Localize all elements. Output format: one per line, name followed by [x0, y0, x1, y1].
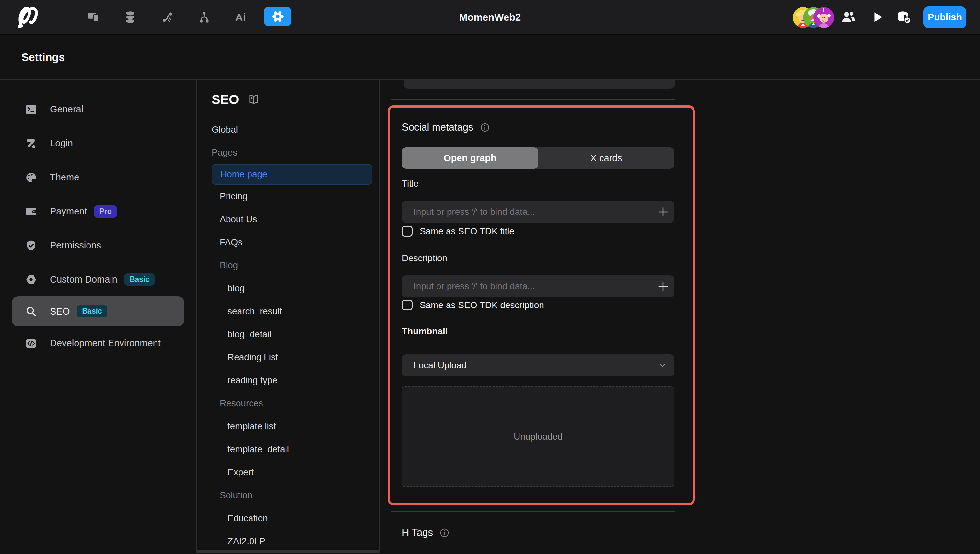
upload-status-text: Unuploaded	[514, 431, 563, 442]
tree-section-resources: Resources	[197, 392, 379, 415]
tree-item-expert[interactable]: Expert	[197, 461, 379, 484]
code-icon	[25, 337, 38, 350]
seo-panel-header: SEO	[212, 92, 260, 107]
momen-logo[interactable]	[17, 6, 53, 29]
tree-item-faqs[interactable]: FAQs	[197, 231, 379, 254]
tree-item-template-list[interactable]: template list	[197, 415, 379, 438]
sidebar-item-login[interactable]: Login	[0, 126, 196, 160]
sidebar-item-label: Payment	[50, 206, 87, 217]
checkbox-unchecked[interactable]	[402, 300, 413, 310]
project-title: MomenWeb2	[459, 0, 521, 35]
sidebar-item-label: Theme	[50, 172, 79, 183]
info-icon[interactable]	[480, 123, 490, 132]
info-icon[interactable]	[440, 528, 449, 538]
database-icon[interactable]	[123, 10, 138, 25]
docs-book-icon[interactable]	[247, 93, 260, 106]
sidebar-item-label: SEO	[50, 306, 70, 317]
section-divider	[391, 511, 676, 512]
tree-item-pricing[interactable]: Pricing	[197, 185, 379, 208]
plus-icon[interactable]	[652, 281, 674, 292]
tree-item-reading-type[interactable]: reading type	[197, 369, 379, 392]
checkbox-label: Same as SEO TDK description	[420, 300, 544, 310]
title-input[interactable]	[402, 207, 652, 217]
preview-play-icon[interactable]	[869, 9, 885, 25]
tree-item-about-us[interactable]: About Us	[197, 208, 379, 231]
thumbnail-label: Thumbnail	[402, 326, 448, 337]
tree-section-blog: Blog	[197, 254, 379, 277]
collaborator-avatars[interactable]	[793, 7, 834, 28]
pro-badge: Pro	[94, 205, 117, 218]
sidebar-item-general[interactable]: General	[0, 92, 196, 126]
horizontal-scrollbar[interactable]	[197, 551, 379, 553]
basic-badge: Basic	[77, 305, 107, 317]
page-header: Settings	[0, 35, 980, 80]
checkbox-unchecked[interactable]	[402, 226, 413, 237]
sidebar-item-seo[interactable]: SEO Basic	[12, 296, 185, 326]
tree-section-pages: Pages	[197, 141, 379, 164]
settings-gear-icon[interactable]	[264, 7, 292, 26]
social-metatags-header: Social metatags	[402, 121, 490, 133]
seo-panel-title: SEO	[212, 92, 239, 107]
sidebar-item-label: Development Environment	[50, 338, 161, 349]
sidebar-item-custom-domain[interactable]: Custom Domain Basic	[0, 263, 196, 296]
sidebar-item-payment[interactable]: Payment Pro	[0, 194, 196, 228]
wallet-icon	[25, 205, 38, 218]
login-icon	[25, 137, 38, 150]
tab-x-cards[interactable]: X cards	[538, 147, 675, 169]
tree-item-global[interactable]: Global	[197, 118, 379, 141]
select-value: Local Upload	[402, 360, 650, 371]
thumbnail-upload-dropzone[interactable]: Unuploaded	[402, 386, 674, 487]
sidebar-item-theme[interactable]: Theme	[0, 160, 196, 194]
ai-icon[interactable]: Ai	[233, 10, 248, 25]
plus-icon[interactable]	[652, 206, 674, 217]
tree-item-search-result[interactable]: search_result	[197, 300, 379, 323]
description-label: Description	[402, 253, 447, 263]
same-as-seo-tdk-description-row[interactable]: Same as SEO TDK description	[402, 300, 544, 310]
tree-item-education[interactable]: Education	[197, 507, 379, 530]
basic-badge: Basic	[124, 274, 155, 286]
actions-icon[interactable]	[197, 10, 212, 25]
checkbox-label: Same as SEO TDK title	[420, 226, 514, 237]
shield-check-icon	[25, 239, 38, 252]
publish-button[interactable]: Publish	[923, 6, 966, 28]
api-icon[interactable]	[160, 10, 175, 25]
same-as-seo-tdk-title-row[interactable]: Same as SEO TDK title	[402, 226, 514, 237]
sidebar-item-label: Permissions	[50, 240, 101, 251]
pages-icon[interactable]	[86, 10, 101, 25]
data-publish-icon[interactable]	[896, 9, 912, 25]
sidebar-item-label: Login	[50, 138, 73, 149]
search-icon	[25, 305, 38, 318]
palette-icon	[25, 171, 38, 184]
tree-item-blog-detail[interactable]: blog_detail	[197, 323, 379, 346]
members-icon[interactable]	[840, 9, 856, 25]
section-divider	[391, 99, 676, 100]
domain-nut-icon	[25, 273, 38, 286]
h-tags-title: H Tags	[402, 527, 433, 538]
sidebar-item-development-environment[interactable]: Development Environment	[0, 326, 196, 360]
tree-item-zai2-0lp[interactable]: ZAI2.0LP	[197, 530, 379, 553]
tree-item-home-page[interactable]: Home page	[212, 164, 372, 185]
tree-item-template-detail[interactable]: template_detail	[197, 438, 379, 461]
sidebar-item-label: Custom Domain	[50, 274, 117, 285]
tree-section-solution: Solution	[197, 484, 379, 507]
seo-subnav-panel: SEO Global Pages Home page Pricing About…	[197, 80, 380, 553]
terminal-icon	[25, 103, 38, 116]
sidebar-item-label: General	[50, 104, 83, 115]
topbar: Ai MomenWeb2	[0, 0, 980, 35]
momen-settings-window: Ai MomenWeb2	[0, 0, 980, 554]
ai-icon-label: Ai	[235, 11, 246, 23]
social-tab-switch: Open graph X cards	[402, 147, 674, 169]
description-input[interactable]	[402, 281, 652, 291]
page-title: Settings	[21, 51, 65, 64]
tree-item-blog[interactable]: blog	[197, 277, 379, 300]
thumbnail-source-select[interactable]: Local Upload	[402, 354, 674, 376]
avatar-elf	[813, 7, 834, 28]
description-input-wrap	[402, 275, 674, 298]
tree-item-reading-list[interactable]: Reading List	[197, 346, 379, 369]
settings-sidebar: General Login Theme Payment Pro	[0, 80, 197, 553]
seo-page-tree: Global Pages Home page Pricing About Us …	[197, 118, 379, 553]
social-metatags-title: Social metatags	[402, 121, 473, 133]
tab-open-graph[interactable]: Open graph	[402, 147, 538, 169]
sidebar-item-permissions[interactable]: Permissions	[0, 228, 196, 263]
clipped-input-above[interactable]	[404, 80, 675, 89]
